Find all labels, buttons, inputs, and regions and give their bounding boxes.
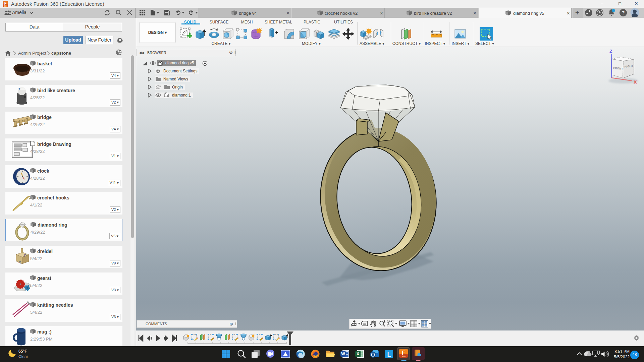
svg-text:360: 360 xyxy=(4,5,7,7)
svg-text:360: 360 xyxy=(401,355,406,358)
svg-text:L: L xyxy=(387,351,391,358)
svg-text:Z: Z xyxy=(609,49,612,54)
svg-text:?: ? xyxy=(622,10,625,15)
svg-text:א: א xyxy=(18,260,21,264)
svg-text:ה: ה xyxy=(24,253,26,257)
svg-text:FRONT: FRONT xyxy=(613,66,624,70)
svg-text:X: X xyxy=(357,352,359,356)
svg-text:F: F xyxy=(4,1,7,5)
svg-text:W: W xyxy=(341,352,345,356)
svg-text:X: X xyxy=(634,79,637,85)
